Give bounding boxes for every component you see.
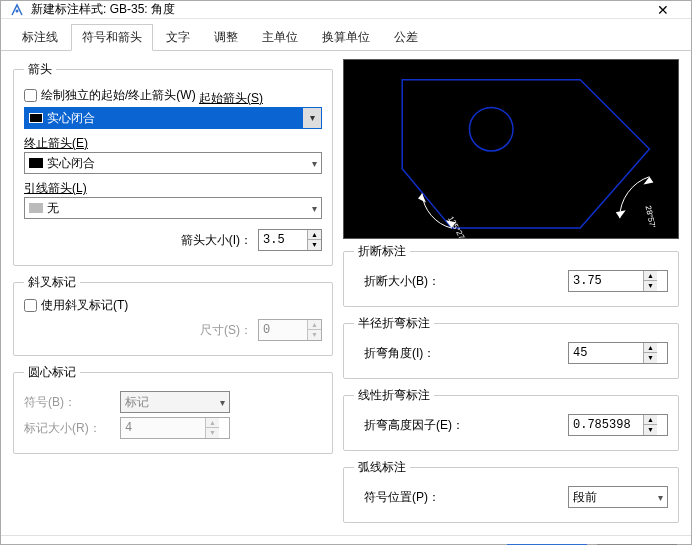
group-jog-radius: 半径折弯标注 折弯角度(I)： ▲▼ xyxy=(343,315,679,379)
group-jog-radius-legend: 半径折弯标注 xyxy=(354,315,434,332)
svg-point-0 xyxy=(16,9,19,12)
label-end-arrow: 终止箭头(E) xyxy=(24,135,88,152)
checkbox-independent-arrows[interactable]: 绘制独立的起始/终止箭头(W) xyxy=(24,87,196,104)
svg-marker-7 xyxy=(644,177,654,185)
button-bar: 确定 取消 xyxy=(1,535,691,545)
group-jog-linear-legend: 线性折弯标注 xyxy=(354,387,434,404)
input-break-size[interactable] xyxy=(569,271,643,291)
content-area: 箭头 绘制独立的起始/终止箭头(W) 起始箭头(S) 实心闭合 ▾ 终止箭头(E… xyxy=(1,51,691,535)
tab-text[interactable]: 文字 xyxy=(155,24,201,51)
dialog-window: 新建标注样式: GB-35: 角度 ✕ 标注线 符号和箭头 文字 调整 主单位 … xyxy=(0,0,692,545)
label-slant-size: 尺寸(S)： xyxy=(200,322,252,339)
input-center-marksize xyxy=(121,418,205,438)
tab-alt-units[interactable]: 换算单位 xyxy=(311,24,381,51)
preview-pane: 135°27' 28°57' xyxy=(343,59,679,239)
label-center-symbol: 符号(B)： xyxy=(24,394,114,411)
tab-tolerance[interactable]: 公差 xyxy=(383,24,429,51)
group-arrowhead-legend: 箭头 xyxy=(24,61,56,78)
tab-symbols-arrows[interactable]: 符号和箭头 xyxy=(71,24,153,51)
label-arc-pos: 符号位置(P)： xyxy=(364,489,568,506)
break-down-icon[interactable]: ▼ xyxy=(643,281,657,291)
svg-point-2 xyxy=(469,107,513,151)
close-icon[interactable]: ✕ xyxy=(643,2,683,18)
label-break-size: 折断大小(B)： xyxy=(364,273,568,290)
group-arc-legend: 弧线标注 xyxy=(354,459,410,476)
group-break-legend: 折断标注 xyxy=(354,243,410,260)
input-slant-size xyxy=(259,320,307,340)
arrow-size-up-icon[interactable]: ▲ xyxy=(307,230,321,240)
app-icon xyxy=(9,2,25,18)
group-jog-linear: 线性折弯标注 折弯高度因子(E)： ▲▼ xyxy=(343,387,679,451)
label-arrow-size: 箭头大小(I)： xyxy=(181,232,252,249)
jog-factor-up-icon[interactable]: ▲ xyxy=(643,415,657,425)
select-start-arrow-value: 实心闭合 xyxy=(47,110,95,127)
window-title: 新建标注样式: GB-35: 角度 xyxy=(31,1,643,18)
svg-text:28°57': 28°57' xyxy=(644,205,658,229)
jog-factor-down-icon[interactable]: ▼ xyxy=(643,425,657,435)
chevron-down-icon[interactable]: ▾ xyxy=(303,108,321,128)
select-start-arrow[interactable]: 实心闭合 ▾ xyxy=(24,107,322,129)
select-arc-pos[interactable]: 段前 ▾ xyxy=(568,486,668,508)
select-end-arrow[interactable]: 实心闭合 ▾ xyxy=(24,152,322,174)
slant-down-icon: ▼ xyxy=(307,330,321,340)
group-center-legend: 圆心标记 xyxy=(24,364,80,381)
checkbox-use-slant[interactable]: 使用斜叉标记(T) xyxy=(24,297,128,314)
select-leader-arrow[interactable]: 无 ▾ xyxy=(24,197,322,219)
svg-text:135°27': 135°27' xyxy=(446,215,467,238)
slant-up-icon: ▲ xyxy=(307,320,321,330)
tab-fit[interactable]: 调整 xyxy=(203,24,249,51)
spinner-jog-angle[interactable]: ▲▼ xyxy=(568,342,668,364)
end-arrow-swatch-icon xyxy=(29,158,43,168)
select-leader-arrow-value: 无 xyxy=(47,200,59,217)
titlebar: 新建标注样式: GB-35: 角度 ✕ xyxy=(1,1,691,19)
start-arrow-swatch-icon xyxy=(29,113,43,123)
label-jog-factor: 折弯高度因子(E)： xyxy=(364,417,568,434)
select-center-symbol-value: 标记 xyxy=(125,394,149,411)
group-break: 折断标注 折断大小(B)： ▲▼ xyxy=(343,243,679,307)
spinner-arrow-size[interactable]: ▲▼ xyxy=(258,229,322,251)
spinner-break-size[interactable]: ▲▼ xyxy=(568,270,668,292)
checkbox-independent-arrows-label: 绘制独立的起始/终止箭头(W) xyxy=(41,87,196,104)
arrow-size-down-icon[interactable]: ▼ xyxy=(307,240,321,250)
svg-marker-6 xyxy=(616,210,626,218)
label-jog-angle: 折弯角度(I)： xyxy=(364,345,568,362)
right-column: 135°27' 28°57' 折断标注 折断大小(B)： ▲▼ xyxy=(343,57,679,527)
jog-angle-up-icon[interactable]: ▲ xyxy=(643,343,657,353)
leader-arrow-swatch-icon xyxy=(29,203,43,213)
spinner-jog-factor[interactable]: ▲▼ xyxy=(568,414,668,436)
break-up-icon[interactable]: ▲ xyxy=(643,271,657,281)
group-slant: 斜叉标记 使用斜叉标记(T) 尺寸(S)： ▲▼ xyxy=(13,274,333,356)
checkbox-use-slant-input[interactable] xyxy=(24,299,37,312)
svg-marker-1 xyxy=(402,80,649,228)
tab-dimline[interactable]: 标注线 xyxy=(11,24,69,51)
input-arrow-size[interactable] xyxy=(259,230,307,250)
group-arrowhead: 箭头 绘制独立的起始/终止箭头(W) 起始箭头(S) 实心闭合 ▾ 终止箭头(E… xyxy=(13,61,333,266)
group-center: 圆心标记 符号(B)： 标记 ▾ 标记大小(R)： ▲▼ xyxy=(13,364,333,454)
jog-angle-down-icon[interactable]: ▼ xyxy=(643,353,657,363)
tab-primary-units[interactable]: 主单位 xyxy=(251,24,309,51)
group-arc: 弧线标注 符号位置(P)： 段前 ▾ xyxy=(343,459,679,523)
select-arc-pos-value: 段前 xyxy=(573,489,597,506)
spinner-slant-size: ▲▼ xyxy=(258,319,322,341)
chevron-down-icon[interactable]: ▾ xyxy=(658,492,663,503)
marksize-up-icon: ▲ xyxy=(205,418,219,428)
chevron-down-icon[interactable]: ▾ xyxy=(312,203,317,214)
checkbox-independent-arrows-input[interactable] xyxy=(24,89,37,102)
marksize-down-icon: ▼ xyxy=(205,428,219,438)
group-slant-legend: 斜叉标记 xyxy=(24,274,80,291)
label-leader-arrow: 引线箭头(L) xyxy=(24,180,87,197)
label-start-arrow: 起始箭头(S) xyxy=(199,90,263,107)
spinner-center-marksize: ▲▼ xyxy=(120,417,230,439)
select-end-arrow-value: 实心闭合 xyxy=(47,155,95,172)
checkbox-use-slant-label: 使用斜叉标记(T) xyxy=(41,297,128,314)
select-center-symbol: 标记 ▾ xyxy=(120,391,230,413)
chevron-down-icon[interactable]: ▾ xyxy=(312,158,317,169)
chevron-down-icon: ▾ xyxy=(220,397,225,408)
input-jog-factor[interactable] xyxy=(569,415,643,435)
tab-bar: 标注线 符号和箭头 文字 调整 主单位 换算单位 公差 xyxy=(1,19,691,51)
left-column: 箭头 绘制独立的起始/终止箭头(W) 起始箭头(S) 实心闭合 ▾ 终止箭头(E… xyxy=(13,57,333,527)
input-jog-angle[interactable] xyxy=(569,343,643,363)
label-center-marksize: 标记大小(R)： xyxy=(24,420,114,437)
